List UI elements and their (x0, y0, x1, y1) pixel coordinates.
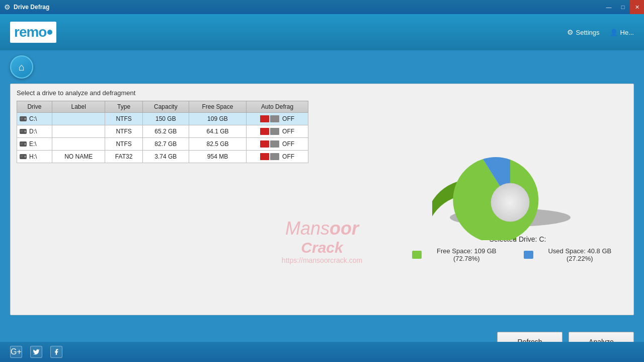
svg-rect-3 (20, 118, 23, 118)
table-row[interactable]: D:\ NTFS65.2 GB64.1 GB OFF (17, 125, 308, 138)
svg-point-2 (25, 118, 26, 119)
freespace-cell: 64.1 GB (189, 125, 246, 138)
svg-rect-18 (20, 156, 23, 156)
col-label: Label (52, 101, 105, 113)
col-drive: Drive (17, 101, 52, 113)
home-icon: ⌂ (19, 61, 25, 73)
minimize-button[interactable]: — (602, 0, 616, 14)
capacity-cell: 3.74 GB (142, 151, 189, 163)
chart-svg (432, 109, 603, 250)
label-cell (52, 113, 105, 125)
svg-rect-13 (20, 143, 23, 143)
autodefrag-cell[interactable]: OFF (247, 138, 308, 151)
label-cell (52, 138, 105, 151)
drive-cell: C:\ (17, 113, 52, 125)
capacity-cell: 150 GB (142, 113, 189, 125)
drive-cell: H:\ (17, 151, 52, 163)
label-cell: NO NAME (52, 151, 105, 163)
home-area: ⌂ (0, 50, 644, 84)
gear-icon: ⚙ (567, 28, 574, 36)
type-cell: NTFS (105, 113, 142, 125)
autodefrag-cell[interactable]: OFF (247, 113, 308, 125)
main-content: Select a drive to analyze and defragment… (10, 84, 634, 315)
google-plus-icon[interactable]: G+ (10, 346, 22, 358)
autodefrag-cell[interactable]: OFF (247, 151, 308, 163)
logo-dot (47, 30, 52, 35)
freespace-cell: 954 MB (189, 151, 246, 163)
svg-rect-9 (20, 131, 23, 132)
svg-rect-8 (20, 130, 23, 131)
capacity-cell: 82.7 GB (142, 138, 189, 151)
home-button[interactable]: ⌂ (10, 55, 33, 79)
watermark: Mansoor Crack https://mansoorcrack.com (282, 218, 362, 264)
label-cell (52, 125, 105, 138)
svg-point-17 (25, 156, 26, 157)
svg-rect-19 (20, 157, 23, 157)
twitter-icon[interactable] (30, 346, 42, 358)
table-row[interactable]: E:\ NTFS82.7 GB82.5 GB OFF (17, 138, 308, 151)
top-nav: remo ⚙ Settings 👤 He... (0, 14, 644, 50)
drive-cell: E:\ (17, 138, 52, 151)
freespace-cell: 109 GB (189, 113, 246, 125)
app-icon: ⚙ (4, 3, 11, 11)
svg-rect-4 (20, 119, 23, 119)
autodefrag-cell[interactable]: OFF (247, 125, 308, 138)
social-bar: G+ (0, 342, 644, 362)
close-button[interactable]: ✕ (630, 0, 644, 14)
logo-text: remo (14, 24, 46, 40)
section-label: Select a drive to analyze and defragment (17, 89, 627, 97)
table-row[interactable]: C:\ NTFS150 GB109 GB OFF (17, 113, 308, 125)
svg-point-12 (25, 143, 26, 144)
free-color-swatch (412, 251, 422, 259)
used-color-swatch (524, 251, 533, 259)
col-type: Type (105, 101, 142, 113)
svg-rect-14 (20, 144, 23, 144)
type-cell: FAT32 (105, 151, 142, 163)
person-icon: 👤 (610, 29, 618, 36)
logo: remo (10, 22, 56, 43)
type-cell: NTFS (105, 138, 142, 151)
chart-area: Selected Drive: C: Free Space: 109 GB (7… (412, 109, 623, 291)
maximize-button[interactable]: □ (616, 0, 630, 14)
table-header-row: Drive Label Type Capacity Free Space Aut… (17, 101, 308, 113)
facebook-icon[interactable] (50, 346, 62, 358)
col-freespace: Free Space (189, 101, 246, 113)
watermark-url: https://mansoorcrack.com (282, 256, 362, 264)
col-capacity: Capacity (142, 101, 189, 113)
freespace-cell: 82.5 GB (189, 138, 246, 151)
watermark-suffix: Crack (282, 239, 362, 256)
col-autodefrag: Auto Defrag (247, 101, 308, 113)
help-button[interactable]: 👤 He... (610, 29, 634, 36)
type-cell: NTFS (105, 125, 142, 138)
capacity-cell: 65.2 GB (142, 125, 189, 138)
top-nav-right: ⚙ Settings 👤 He... (567, 28, 634, 36)
settings-button[interactable]: ⚙ Settings (567, 28, 600, 36)
title-bar: ⚙ Drive Defrag — □ ✕ (0, 0, 644, 14)
svg-point-7 (25, 131, 26, 132)
title-bar-controls: — □ ✕ (602, 0, 644, 14)
svg-point-23 (491, 183, 529, 222)
title-bar-text: Drive Defrag (14, 4, 49, 11)
watermark-name: Mansoor (282, 218, 362, 239)
drive-table: Drive Label Type Capacity Free Space Aut… (17, 101, 308, 163)
table-row[interactable]: H:\ NO NAMEFAT323.74 GB954 MB OFF (17, 151, 308, 163)
drive-cell: D:\ (17, 125, 52, 138)
